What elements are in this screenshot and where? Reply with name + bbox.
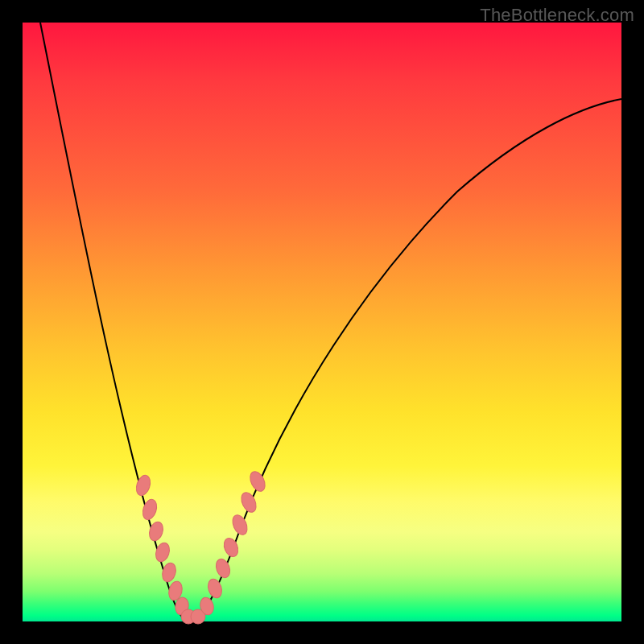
watermark-text: TheBottleneck.com [480, 5, 634, 26]
gradient-plot-area [23, 23, 621, 621]
marker-group [134, 469, 268, 624]
svg-point-14 [238, 490, 258, 514]
svg-point-12 [221, 536, 241, 559]
svg-point-0 [134, 473, 152, 497]
svg-point-15 [247, 469, 268, 493]
bottleneck-curve [40, 23, 621, 620]
svg-point-10 [206, 577, 225, 600]
chart-frame: TheBottleneck.com [0, 0, 644, 644]
svg-point-11 [213, 557, 232, 580]
curve-layer [23, 23, 621, 621]
svg-point-4 [160, 561, 178, 583]
svg-point-13 [229, 513, 250, 537]
